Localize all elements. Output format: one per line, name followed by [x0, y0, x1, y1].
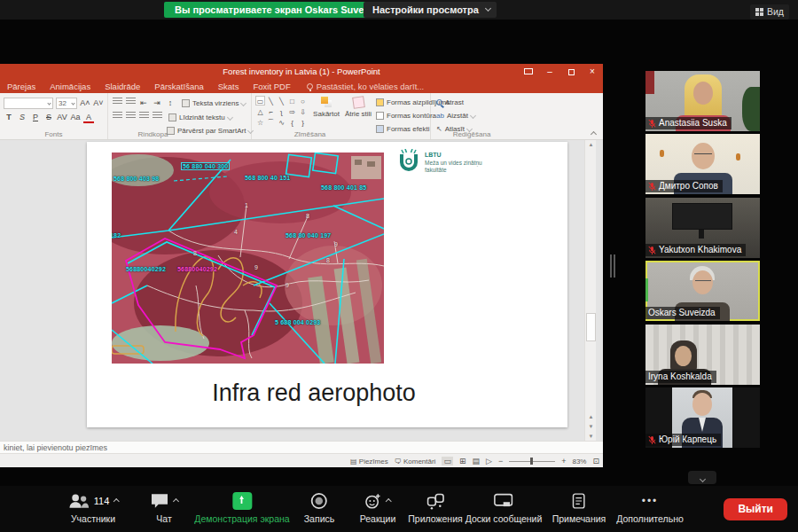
char-spacing-button[interactable]: AV — [57, 112, 67, 123]
more-button[interactable]: ••• Дополнительно — [616, 491, 684, 524]
reactions-button[interactable]: Реакции — [360, 491, 396, 524]
participants-button[interactable]: 114 Участники — [68, 491, 119, 524]
video-tile-active-speaker[interactable]: Oskars Suveizda — [645, 261, 760, 321]
cadastral-label: 182 — [112, 232, 121, 239]
line-spacing-button[interactable]: ↕ — [165, 98, 176, 109]
view-options-button[interactable]: Настройки просмотра — [364, 2, 497, 18]
magnifier-icon — [436, 99, 442, 106]
strikethrough-button[interactable]: S — [43, 112, 54, 123]
reading-view-button[interactable]: ▤ — [472, 457, 480, 466]
tab-parskatisana[interactable]: Pārskatīšana — [147, 82, 210, 91]
prev-slide-icon[interactable]: ▲ — [585, 412, 597, 421]
close-button[interactable]: × — [582, 64, 603, 80]
zoom-out-button[interactable]: − — [498, 457, 503, 466]
zoom-in-button[interactable]: + — [561, 457, 566, 466]
indent-decrease-button[interactable]: ⇤ — [138, 98, 149, 109]
align-left-button[interactable] — [112, 112, 122, 123]
powerpoint-titlebar[interactable]: Forest inventory in Latvia (1) - PowerPo… — [0, 64, 603, 80]
view-label: Вид — [767, 6, 784, 17]
shape-effects-button[interactable]: Formas efekti — [376, 123, 429, 135]
slide-sorter-view-button[interactable]: ⊞ — [459, 457, 466, 466]
find-button[interactable]: Atrast — [436, 97, 464, 108]
next-slide-icon[interactable]: ▼ — [585, 422, 597, 431]
notes-placeholder: kiniet, lai pievienotu piezīmes — [4, 443, 107, 452]
justify-button[interactable] — [152, 112, 162, 123]
tab-skats[interactable]: Skats — [211, 82, 246, 91]
indent-increase-button[interactable]: ⇥ — [152, 98, 162, 109]
align-center-button[interactable] — [125, 112, 136, 123]
tab-foxit-pdf[interactable]: Foxit PDF — [246, 82, 298, 91]
bullets-button[interactable] — [112, 98, 122, 109]
scrollbar-thumb[interactable] — [586, 313, 596, 341]
font-color-button[interactable]: A — [83, 112, 94, 123]
restore-button[interactable] — [560, 64, 582, 80]
participants-menu-icon[interactable] — [113, 497, 119, 504]
apps-button[interactable]: Приложения — [408, 491, 462, 524]
font-size-combo[interactable]: 32 — [56, 98, 77, 109]
zoom-percentage[interactable]: 83% — [572, 458, 586, 466]
participants-count: 114 — [94, 496, 110, 506]
share-screen-label: Демонстрация экрана — [194, 513, 289, 524]
chat-label: Чат — [156, 513, 171, 524]
chat-menu-icon[interactable] — [173, 497, 179, 504]
italic-button[interactable]: S — [17, 112, 27, 123]
screen-viewing-banner: Вы просматриваете экран Oskars Suveizda — [164, 2, 394, 18]
align-text-button[interactable]: Līdzināt tekstu — [168, 112, 232, 123]
view-button[interactable]: Вид — [750, 4, 789, 20]
notes-pane[interactable]: kiniet, lai pievienotu piezīmes — [0, 441, 603, 453]
whiteboards-button[interactable]: Доски сообщений — [466, 491, 543, 524]
comments-toggle-label: Komentāri — [403, 458, 435, 466]
normal-view-button[interactable]: ▭ — [442, 457, 453, 466]
quick-styles-button[interactable]: Ātrie stili — [340, 95, 376, 118]
arrange-icon — [321, 97, 332, 108]
slideshow-view-button[interactable]: ▷ — [486, 457, 492, 466]
video-tile[interactable]: Дмитро Сопов — [645, 134, 760, 194]
arrange-button[interactable]: Sakārtot — [309, 95, 344, 118]
numbering-button[interactable] — [125, 98, 136, 109]
minimize-button[interactable]: – — [539, 64, 560, 80]
tab-parejas[interactable]: Pārejas — [0, 82, 43, 91]
share-screen-button[interactable]: Демонстрация экрана — [194, 491, 289, 524]
panel-splitter[interactable] — [610, 254, 615, 278]
powerpoint-statusbar: ▤ Piezīmes 🗨︎ Komentāri ▭ ⊞ ▤ ▷ − + 83% … — [0, 453, 603, 467]
underline-button[interactable]: P — [30, 112, 41, 123]
replace-button[interactable]: abAizstāt — [436, 110, 475, 121]
shrink-font-button[interactable]: A˅ — [93, 98, 104, 109]
chat-button[interactable]: Чат — [150, 491, 178, 524]
notes-toggle[interactable]: ▤ Piezīmes — [350, 458, 388, 466]
record-button[interactable]: Запись — [304, 491, 334, 524]
text-direction-button[interactable]: Teksta virziens — [182, 98, 246, 109]
shapes-gallery[interactable]: ▭╲╲□○ △⌐ʅ⇨⇩ ☆⌒∿{} — [255, 96, 308, 127]
bold-button[interactable]: T — [4, 112, 14, 123]
grow-font-button[interactable]: A˄ — [80, 98, 90, 109]
video-tile[interactable]: Anastasiia Suska — [645, 71, 760, 131]
font-name-combo[interactable] — [4, 98, 53, 109]
fit-to-window-button[interactable]: ⊡ — [592, 457, 599, 466]
tab-slaidrade[interactable]: Slaidrāde — [98, 82, 147, 91]
participants-label: Участники — [71, 513, 115, 524]
shape-outline-button[interactable]: Formas kontūra — [376, 110, 436, 121]
zoom-slider[interactable] — [509, 457, 555, 466]
tab-animacijas[interactable]: Animācijas — [43, 82, 98, 91]
slide[interactable]: 568 800 403 98 56 880 040 300 568 800 40… — [87, 142, 567, 427]
collapse-panel-button[interactable] — [688, 471, 716, 484]
leave-button[interactable]: Выйти — [724, 498, 787, 520]
cadastral-label: 568 80 040 197 — [286, 232, 331, 239]
reactions-menu-icon[interactable] — [386, 497, 392, 504]
presenter-display-icon[interactable] — [518, 64, 539, 80]
notes-toggle-label: Piezīmes — [359, 458, 388, 466]
change-case-button[interactable]: Aa — [70, 112, 81, 123]
comments-toggle[interactable]: 🗨︎ Komentāri — [395, 458, 436, 466]
collapse-ribbon-icon[interactable] — [591, 131, 597, 137]
scroll-down-icon[interactable]: ▼ — [585, 432, 597, 441]
notes-button[interactable]: Примечания — [552, 491, 606, 524]
align-right-button[interactable] — [138, 112, 149, 123]
video-tile[interactable]: Yakutxon Khakimova — [645, 198, 760, 258]
video-tile[interactable]: Iryna Koshkalda — [645, 325, 760, 385]
scroll-up-icon[interactable]: ▲ — [585, 140, 597, 149]
quick-styles-label: Ātrie stili — [345, 110, 372, 118]
vertical-scrollbar[interactable]: ▲ ▲ ▼ ▼ — [584, 140, 596, 441]
video-tile[interactable]: Юрій Карпець — [645, 387, 760, 448]
text-direction-label: Teksta virziens — [192, 99, 239, 107]
tell-me-box[interactable]: Pastāstiet, ko vēlaties darīt... — [298, 82, 424, 91]
